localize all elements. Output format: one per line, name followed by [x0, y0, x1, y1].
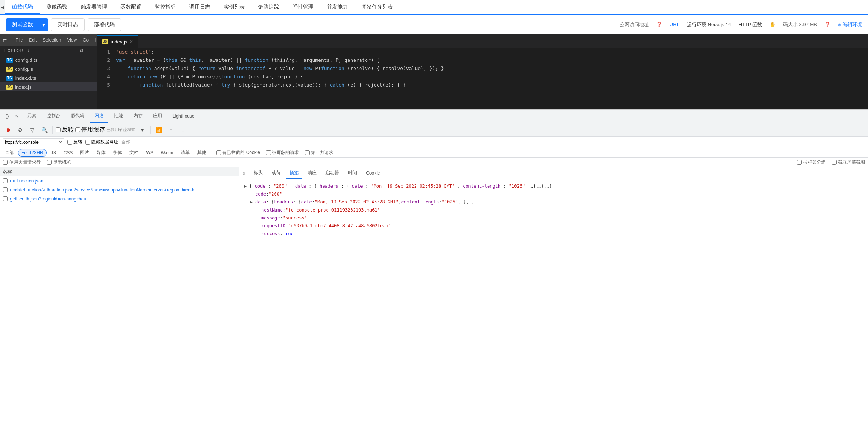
- filter-fetch-xhr[interactable]: Fetch/XHR: [18, 149, 47, 157]
- disable-cache-checkbox[interactable]: 停用缓存: [75, 126, 105, 134]
- test-function-button[interactable]: 测试函数 ▾: [6, 18, 48, 31]
- detail-tab-preview[interactable]: 预览: [286, 167, 302, 179]
- menu-selection[interactable]: Selection: [43, 37, 61, 43]
- import-btn[interactable]: ↑: [166, 125, 176, 135]
- menu-view[interactable]: View: [67, 37, 77, 43]
- invert-input[interactable]: [67, 140, 72, 145]
- menu-file[interactable]: File: [16, 37, 23, 43]
- clear-filter-icon[interactable]: ✕: [59, 140, 62, 145]
- third-party-checkbox[interactable]: 第三方请求: [305, 149, 333, 156]
- filter-doc[interactable]: 文档: [126, 148, 142, 157]
- nav-item-trace[interactable]: 链路追踪: [251, 0, 286, 14]
- detail-tab-initiator[interactable]: 启动器: [322, 167, 343, 179]
- group-by-frame-input[interactable]: [797, 160, 802, 165]
- screenshot-checkbox[interactable]: 截取屏幕截图: [832, 159, 865, 166]
- intercepted-cookies-checkbox[interactable]: 有已拦截的 Cookie: [216, 149, 260, 156]
- nav-item-concurrency[interactable]: 并发能力: [320, 0, 355, 14]
- devtools-tab-performance[interactable]: 性能: [110, 110, 128, 123]
- blocked-requests-checkbox[interactable]: 被屏蔽的请求: [266, 149, 299, 156]
- file-item-config-js[interactable]: JS config.js: [0, 64, 97, 73]
- explorer-copy-icon[interactable]: ⧉: [80, 48, 84, 54]
- throttle-dropdown[interactable]: ▾: [137, 125, 147, 135]
- detail-tab-response[interactable]: 响应: [304, 167, 320, 179]
- detail-tab-headers[interactable]: 标头: [250, 167, 266, 179]
- nav-item-config[interactable]: 函数配置: [114, 0, 148, 14]
- root-toggle[interactable]: ▶: [244, 183, 249, 190]
- invert-checkbox[interactable]: 反转: [67, 139, 82, 145]
- nav-item-trigger[interactable]: 触发器管理: [74, 0, 114, 14]
- edit-env-link[interactable]: ⎈ 编辑环境: [838, 21, 862, 28]
- item-checkbox-3[interactable]: [3, 196, 8, 201]
- nav-item-monitor[interactable]: 监控指标: [148, 0, 183, 14]
- filter-font[interactable]: 字体: [110, 148, 125, 157]
- large-rows-checkbox[interactable]: 使用大量请求行: [3, 159, 41, 166]
- filter-media[interactable]: 媒体: [93, 148, 109, 157]
- filter-other[interactable]: 其他: [194, 148, 210, 157]
- nav-item-elastic[interactable]: 弹性管理: [286, 0, 320, 14]
- search-button[interactable]: 🔍: [39, 125, 49, 135]
- hide-data-urls-input[interactable]: [85, 140, 90, 145]
- wifi-icon-btn[interactable]: 📶: [154, 125, 164, 135]
- group-by-frame-checkbox[interactable]: 按框架分组: [797, 159, 826, 166]
- devtools-tab-console[interactable]: 控制台: [42, 110, 65, 123]
- data-toggle[interactable]: ▶: [250, 199, 255, 206]
- filter-manifest[interactable]: 清单: [177, 148, 193, 157]
- large-rows-input[interactable]: [3, 160, 8, 165]
- show-overview-input[interactable]: [47, 160, 52, 165]
- devtools-tab-elements[interactable]: 元素: [23, 110, 41, 123]
- url-link[interactable]: URL: [670, 22, 679, 27]
- hide-data-urls-checkbox[interactable]: 隐藏数据网址: [85, 139, 118, 145]
- test-dropdown-arrow[interactable]: ▾: [39, 18, 48, 31]
- detail-close-btn[interactable]: ×: [242, 170, 245, 176]
- filter-img[interactable]: 图片: [77, 148, 92, 157]
- devtools-tab-lighthouse[interactable]: Lighthouse: [168, 110, 199, 123]
- code-editor[interactable]: 1 "use strict"; 2 var __awaiter = (this …: [97, 48, 868, 109]
- nav-item-task-list[interactable]: 并发任务列表: [355, 0, 400, 14]
- item-checkbox-2[interactable]: [3, 187, 8, 192]
- devtools-tab-network[interactable]: 网络: [90, 110, 108, 123]
- tab-close-icon[interactable]: ✕: [129, 39, 133, 45]
- devtools-tab-application[interactable]: 应用: [149, 110, 166, 123]
- nav-scroll-left[interactable]: ◀: [0, 0, 5, 14]
- disable-cache-input[interactable]: [75, 127, 80, 132]
- nav-item-code[interactable]: 函数代码: [5, 0, 40, 14]
- editor-tab-index-js[interactable]: JS index.js ✕: [97, 35, 138, 48]
- deploy-button[interactable]: 部署代码: [88, 18, 121, 31]
- intercepted-cookies-input[interactable]: [216, 150, 221, 155]
- explorer-more-icon[interactable]: ···: [87, 48, 92, 54]
- file-item-config-dts[interactable]: TS config.d.ts: [0, 55, 97, 64]
- nav-item-log[interactable]: 调用日志: [183, 0, 217, 14]
- stop-button[interactable]: ⊘: [15, 125, 25, 135]
- preserve-log-checkbox[interactable]: 反转: [56, 126, 74, 134]
- network-item-gethealth[interactable]: getHealth.json?regionId=cn-hangzhou: [0, 194, 239, 203]
- url-filter-input[interactable]: [5, 140, 57, 145]
- filter-wasm[interactable]: Wasm: [158, 149, 177, 157]
- file-item-index-dts[interactable]: TS index.d.ts: [0, 73, 97, 82]
- preserve-log-input[interactable]: [56, 127, 61, 132]
- file-item-index-js[interactable]: JS index.js: [0, 82, 97, 91]
- filter-css[interactable]: CSS: [60, 149, 76, 157]
- menu-go[interactable]: Go: [83, 37, 89, 43]
- third-party-input[interactable]: [305, 150, 310, 155]
- realtime-log-button[interactable]: 实时日志: [51, 18, 85, 31]
- filter-js[interactable]: JS: [48, 149, 59, 157]
- export-btn[interactable]: ↓: [178, 125, 188, 135]
- screenshot-input[interactable]: [832, 160, 837, 165]
- detail-tab-payload[interactable]: 载荷: [268, 167, 284, 179]
- devtools-tab-memory[interactable]: 内存: [129, 110, 147, 123]
- filter-all[interactable]: 全部: [1, 148, 17, 157]
- devtools-pointer-icon[interactable]: ↖: [13, 112, 21, 121]
- devtools-element-icon[interactable]: ⟨⟩: [3, 112, 11, 121]
- detail-tab-timing[interactable]: 时间: [344, 167, 361, 179]
- network-item-runfunction[interactable]: runFunction.json: [0, 176, 239, 185]
- network-item-updateauth[interactable]: updateFunctionAuthoration.json?serviceNa…: [0, 185, 239, 194]
- item-checkbox-1[interactable]: [3, 178, 8, 183]
- detail-tab-cookie[interactable]: Cookie: [362, 167, 383, 179]
- record-button[interactable]: ⏺: [3, 125, 13, 135]
- filter-button[interactable]: ▽: [27, 125, 37, 135]
- filter-ws[interactable]: WS: [143, 149, 156, 157]
- show-overview-checkbox[interactable]: 显示概览: [47, 159, 71, 166]
- devtools-tab-sources[interactable]: 源代码: [66, 110, 89, 123]
- blocked-requests-input[interactable]: [266, 150, 271, 155]
- nav-item-instance[interactable]: 实例列表: [217, 0, 251, 14]
